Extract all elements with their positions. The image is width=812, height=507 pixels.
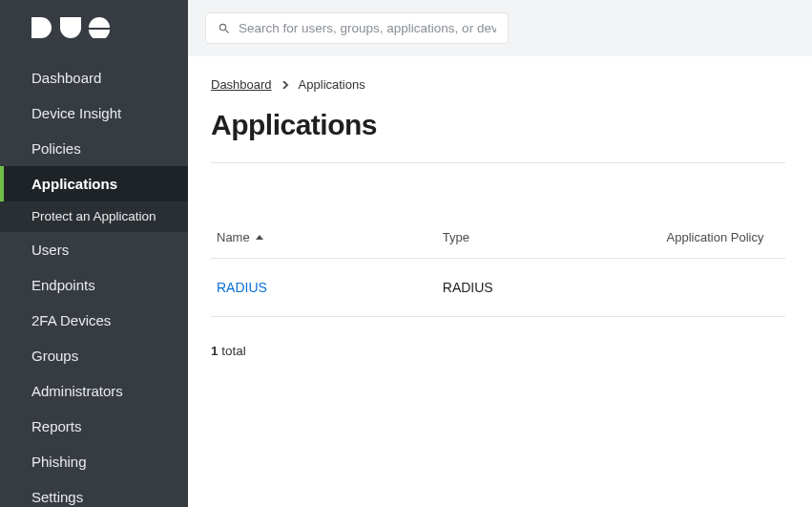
column-header-type-label: Type — [443, 230, 469, 244]
application-name-link[interactable]: RADIUS — [217, 280, 267, 295]
topbar — [188, 0, 812, 56]
application-type-cell: RADIUS — [435, 259, 659, 317]
breadcrumb: Dashboard Applications — [211, 77, 785, 92]
sidebar-item-administrators[interactable]: Administrators — [0, 373, 188, 409]
sidebar-item-device-insight[interactable]: Device Insight — [0, 95, 188, 131]
breadcrumb-current: Applications — [299, 77, 365, 92]
duo-logo-icon — [31, 17, 114, 38]
breadcrumb-root-link[interactable]: Dashboard — [211, 77, 272, 92]
column-header-name-label: Name — [217, 230, 250, 244]
sidebar-item-applications[interactable]: Applications — [0, 166, 188, 201]
sort-ascending-icon — [256, 235, 263, 240]
sidebar-item-users[interactable]: Users — [0, 232, 188, 267]
page-title: Applications — [211, 109, 785, 141]
sidebar-item-settings[interactable]: Settings — [0, 479, 188, 507]
total-count-number: 1 — [211, 344, 219, 358]
sidebar-item-phishing[interactable]: Phishing — [0, 444, 188, 479]
sidebar-item-policies[interactable]: Policies — [0, 131, 188, 166]
column-header-name[interactable]: Name — [217, 230, 263, 244]
search-input[interactable] — [239, 21, 496, 35]
sidebar-item-endpoints[interactable]: Endpoints — [0, 267, 188, 303]
column-header-policy-label: Application Policy — [667, 230, 764, 244]
sidebar-item-dashboard[interactable]: Dashboard — [0, 60, 188, 95]
sidebar-item-reports[interactable]: Reports — [0, 409, 188, 444]
total-count-suffix: total — [219, 344, 246, 358]
sidebar-nav: Dashboard Device Insight Policies Applic… — [0, 60, 188, 507]
logo — [0, 0, 188, 60]
application-policy-cell — [659, 259, 785, 317]
sidebar: Dashboard Device Insight Policies Applic… — [0, 0, 188, 507]
column-header-policy[interactable]: Application Policy — [667, 230, 764, 244]
search-box[interactable] — [205, 12, 509, 44]
table-row: RADIUS RADIUS — [211, 259, 785, 317]
search-icon — [218, 22, 231, 35]
divider — [211, 162, 785, 163]
chevron-right-icon — [281, 81, 289, 89]
sidebar-item-groups[interactable]: Groups — [0, 338, 188, 373]
total-count: 1 total — [211, 344, 785, 358]
main: Dashboard Applications Applications Name — [188, 0, 812, 507]
content: Dashboard Applications Applications Name — [188, 56, 812, 381]
column-header-type[interactable]: Type — [443, 230, 469, 244]
sidebar-item-2fa-devices[interactable]: 2FA Devices — [0, 303, 188, 338]
sidebar-subitem-protect-application[interactable]: Protect an Application — [0, 201, 188, 232]
applications-table: Name Type Application Policy — [211, 221, 785, 317]
